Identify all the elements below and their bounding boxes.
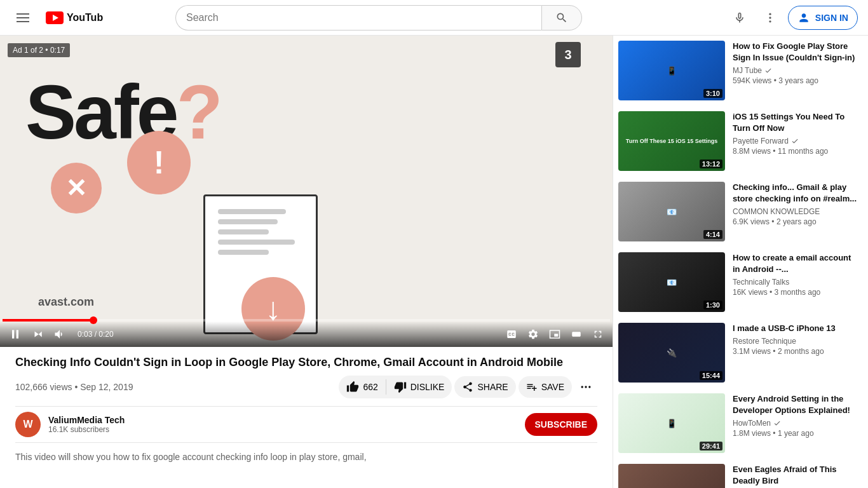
skip-next-icon [32,329,43,340]
sidebar-thumbnail: 📧 4:14 [618,182,725,241]
header-center [175,5,582,30]
sidebar-thumbnail: 📱 3:10 [618,41,725,100]
hamburger-menu-button[interactable] [10,5,36,30]
volume-button[interactable] [50,325,70,343]
channel-name[interactable]: ValiumMedia Tech [48,415,517,425]
svg-text:YouTube: YouTube [67,12,103,23]
sidebar-video-stats: 1.8M views • 1 year ago [733,429,860,438]
sidebar-channel-name: HowToMen [733,419,860,428]
progress-bar-area[interactable] [0,319,613,322]
sidebar-video-meta: I made a USB-C iPhone 13 Restore Techniq… [730,323,863,383]
controls-bar: 0:03 / 0:20 [0,322,613,347]
progress-fill [3,319,93,322]
sidebar-item[interactable]: 📱 3:10 How to Fix Google Play Store Sign… [618,36,863,106]
sidebar-item[interactable]: 📧 1:30 How to create a email account in … [618,247,863,318]
video-wrapper[interactable]: Safe? ! ✕ ↓ avast.com Ad 1 of 2 • 0 [0,36,613,347]
more-button[interactable] [574,376,597,398]
video-title: Checking Info Couldn't Sign in Loop in G… [15,355,597,370]
sidebar-video-stats: 594K views • 3 years ago [733,76,860,85]
sign-in-button[interactable]: SIGN IN [788,6,858,30]
channel-info: ValiumMedia Tech 16.1K subscribers [48,415,517,434]
share-button[interactable]: SHARE [454,376,515,398]
next-button[interactable] [28,326,47,342]
microphone-button[interactable] [727,5,752,30]
sidebar-video-stats: 3.1M views • 2 months ago [733,347,860,356]
ad-number-badge: 3 [555,42,581,67]
theater-mode-button[interactable] [567,326,586,342]
more-horiz-icon [580,381,592,393]
video-meta-row: 102,666 views • Sep 12, 2019 662 [15,376,597,398]
sidebar-thumbnail: 📧 1:30 [618,252,725,312]
sidebar-thumbnail: 📱 29:41 [618,393,725,453]
youtube-logo[interactable]: YouTube [46,11,103,24]
channel-row: W ValiumMedia Tech 16.1K subscribers SUB… [15,406,597,443]
sidebar-channel-name: COMMON KNOWLEDGE [733,207,860,216]
pause-icon [9,328,22,341]
sidebar-item[interactable]: 📱 29:41 Every Android Setting in the Dev… [618,388,863,459]
ad-badge: Ad 1 of 2 • 0:17 [8,43,70,57]
thumbs-down-icon [394,381,407,393]
miniplayer-button[interactable] [545,326,564,342]
thumb-content: 🦅 [618,464,725,488]
search-form [175,5,582,30]
sidebar-thumbnail: 🦅 [618,464,725,488]
svg-point-6 [769,13,771,15]
sidebar-video-title: How to Fix Google Play Store Sign In Iss… [733,41,860,64]
search-icon [555,11,568,24]
main-layout: Safe? ! ✕ ↓ avast.com Ad 1 of 2 • 0 [0,36,868,488]
verified-icon [773,419,781,427]
like-button[interactable]: 662 [339,376,385,398]
like-count: 662 [363,382,377,392]
sidebar-thumbnail: Turn Off These 15 iOS 15 Settings 13:12 [618,111,725,171]
miniplayer-icon [549,329,560,340]
header-left: YouTube [10,5,103,30]
svg-rect-2 [17,21,29,22]
search-input[interactable] [175,5,541,30]
sidebar-video-title: Checking info... Gmail & play store chec… [733,182,860,205]
sidebar-video-meta: Even Eagles Afraid of This Deadly Bird 4… [730,464,863,488]
dislike-label: DISLIKE [410,382,445,392]
save-button[interactable]: SAVE [519,376,572,398]
svg-rect-9 [12,330,14,338]
sidebar-item[interactable]: 🔌 15:44 I made a USB-C iPhone 13 Restore… [618,318,863,388]
time-display: 0:03 / 0:20 [78,330,114,339]
video-actions: 662 DISLIKE [339,376,597,398]
sidebar-video-meta: iOS 15 Settings You Need To Turn Off Now… [730,111,863,171]
thumbs-up-icon [346,381,359,393]
sidebar: 📱 3:10 How to Fix Google Play Store Sign… [613,36,868,488]
sidebar-item[interactable]: 📧 4:14 Checking info... Gmail & play sto… [618,177,863,247]
header-right: SIGN IN [727,5,858,30]
sidebar-channel-name: Restore Technique [733,337,860,346]
svg-rect-1 [17,17,29,18]
sidebar-video-title: iOS 15 Settings You Need To Turn Off Now [733,111,860,134]
content-area: Safe? ! ✕ ↓ avast.com Ad 1 of 2 • 0 [0,36,613,488]
sidebar-video-meta: How to create a email account in Android… [730,252,863,312]
video-info: Checking Info Couldn't Sign in Loop in G… [0,347,613,479]
play-pause-button[interactable] [5,325,25,343]
verified-icon [791,137,799,145]
search-button[interactable] [541,5,582,30]
save-icon [526,381,538,393]
sidebar-item[interactable]: 🦅 Even Eagles Afraid of This Deadly Bird… [618,459,863,488]
svg-point-11 [581,386,583,388]
sidebar-item[interactable]: Turn Off These 15 iOS 15 Settings 13:12 … [618,106,863,177]
channel-avatar[interactable]: W [15,412,41,437]
video-duration: 15:44 [700,371,722,380]
share-icon [462,381,473,393]
cc-icon [506,329,517,340]
settings-button[interactable] [524,326,543,342]
sidebar-video-meta: Checking info... Gmail & play store chec… [730,182,863,241]
fullscreen-button[interactable] [588,326,607,342]
youtube-icon: YouTube [46,11,103,24]
dislike-button[interactable]: DISLIKE [386,376,452,398]
progress-bar[interactable] [3,319,610,322]
video-overlay: Ad 1 of 2 • 0:17 3 [0,36,613,347]
cc-button[interactable] [502,326,521,342]
settings-icon [527,329,539,340]
video-duration: 3:10 [703,89,722,98]
account-icon [797,11,810,24]
svg-point-7 [769,17,771,18]
sidebar-video-stats: 8.8M views • 11 months ago [733,147,860,156]
more-options-button[interactable] [757,5,783,30]
subscribe-button[interactable]: SUBSCRIBE [525,413,597,436]
